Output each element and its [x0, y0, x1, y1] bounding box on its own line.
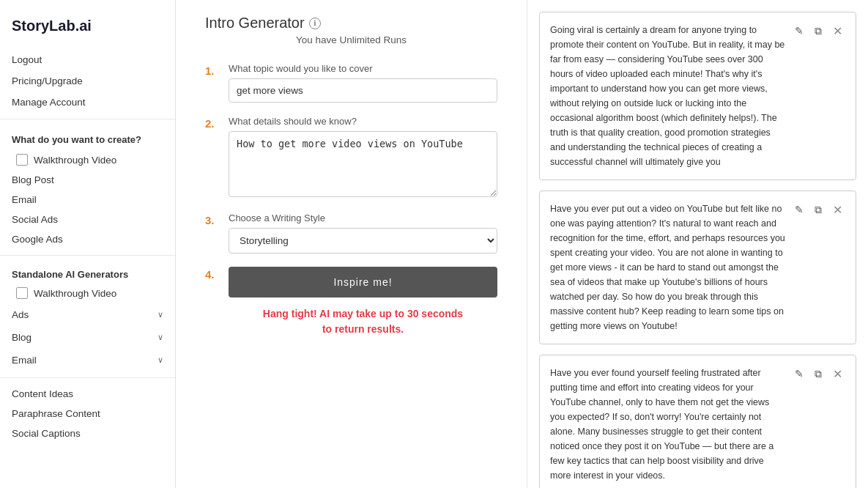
edit-icon-1[interactable]: ✎	[791, 23, 807, 39]
step2-number: 2.	[205, 116, 220, 130]
sidebar: StoryLab.ai Logout Pricing/Upgrade Manag…	[0, 0, 176, 488]
result-card-2: Have you ever put out a video on YouTube…	[539, 191, 856, 344]
checkbox-walkthrough-create	[16, 154, 28, 166]
nav-pricing[interactable]: Pricing/Upgrade	[0, 70, 175, 92]
step2-label: What details should we know?	[229, 116, 497, 127]
checkbox-walkthrough-standalone	[16, 287, 28, 299]
info-icon[interactable]: ℹ	[309, 18, 321, 29]
copy-icon-3[interactable]: ⧉	[810, 366, 826, 382]
result-actions-2: ✎ ⧉ ✕	[791, 202, 845, 218]
email-label: Email	[12, 355, 37, 366]
what-create-title: What do you want to create?	[0, 125, 175, 149]
close-icon-1[interactable]: ✕	[829, 23, 845, 39]
content-ideas[interactable]: Content Ideas	[0, 384, 175, 404]
topic-input[interactable]	[229, 78, 497, 103]
create-social-ads[interactable]: Social Ads	[0, 210, 175, 229]
create-walkthrough-video[interactable]: Walkthrough Video	[0, 149, 175, 170]
edit-icon-3[interactable]: ✎	[791, 366, 807, 382]
details-input[interactable]: How to get more video views on YouTube	[229, 131, 497, 197]
nav-manage-account[interactable]: Manage Account	[0, 92, 175, 113]
app-logo: StoryLab.ai	[0, 12, 175, 49]
copy-icon-1[interactable]: ⧉	[810, 23, 826, 39]
standalone-walkthrough-label: Walkthrough Video	[34, 288, 116, 299]
step1-number: 1.	[205, 63, 220, 77]
inspire-button[interactable]: Inspire me!	[229, 267, 497, 297]
paraphrase-content[interactable]: Paraphrase Content	[0, 404, 175, 424]
blog-chevron: ∨	[157, 333, 163, 342]
result-actions-1: ✎ ⧉ ✕	[791, 23, 845, 39]
step2-group: What details should we know? How to get …	[229, 116, 497, 199]
close-icon-3[interactable]: ✕	[829, 366, 845, 382]
result-card-1: Going viral is certainly a dream for any…	[539, 12, 856, 180]
unlimited-runs-text: You have Unlimited Runs	[205, 34, 497, 45]
standalone-walkthrough-video[interactable]: Walkthrough Video	[0, 283, 175, 303]
main-area: Intro Generator ℹ You have Unlimited Run…	[176, 0, 868, 488]
step4-group: Inspire me! Hang tight! AI may take up t…	[229, 267, 497, 337]
wait-message: Hang tight! AI may take up to 30 seconds…	[229, 306, 497, 337]
form-panel: Intro Generator ℹ You have Unlimited Run…	[176, 0, 527, 488]
result-card-3: Have you ever found yourself feeling fru…	[539, 355, 856, 488]
ads-label: Ads	[12, 309, 29, 320]
blog-label: Blog	[12, 332, 31, 343]
email-chevron: ∨	[157, 355, 163, 365]
email-collapsible[interactable]: Email ∨	[0, 349, 175, 371]
create-walkthrough-label: Walkthrough Video	[34, 155, 116, 166]
step4-number: 4.	[205, 267, 220, 281]
step3-number: 3.	[205, 212, 220, 226]
ads-chevron: ∨	[157, 310, 163, 319]
writing-style-select[interactable]: Storytelling Conversational Professional…	[229, 228, 497, 254]
step1-group: What topic would you like to cover	[229, 63, 497, 103]
step1-label: What topic would you like to cover	[229, 63, 497, 74]
result-text-1: Going viral is certainly a dream for any…	[550, 23, 785, 169]
create-blog-post[interactable]: Blog Post	[0, 170, 175, 190]
step3-row: 3. Choose a Writing Style Storytelling C…	[205, 212, 497, 254]
page-title: Intro Generator	[205, 15, 305, 32]
close-icon-2[interactable]: ✕	[829, 202, 845, 218]
blog-collapsible[interactable]: Blog ∨	[0, 326, 175, 349]
edit-icon-2[interactable]: ✎	[791, 202, 807, 218]
results-panel: Going viral is certainly a dream for any…	[527, 0, 868, 488]
step4-row: 4. Inspire me! Hang tight! AI may take u…	[205, 267, 497, 337]
copy-icon-2[interactable]: ⧉	[810, 202, 826, 218]
standalone-title: Standalone AI Generators	[0, 262, 175, 283]
step3-label: Choose a Writing Style	[229, 212, 497, 223]
nav-logout[interactable]: Logout	[0, 49, 175, 70]
create-google-ads[interactable]: Google Ads	[0, 229, 175, 249]
step2-row: 2. What details should we know? How to g…	[205, 116, 497, 199]
result-text-3: Have you ever found yourself feeling fru…	[550, 366, 785, 483]
ads-collapsible[interactable]: Ads ∨	[0, 303, 175, 326]
step3-group: Choose a Writing Style Storytelling Conv…	[229, 212, 497, 254]
create-email[interactable]: Email	[0, 190, 175, 210]
step1-row: 1. What topic would you like to cover	[205, 63, 497, 103]
social-captions[interactable]: Social Captions	[0, 424, 175, 443]
result-actions-3: ✎ ⧉ ✕	[791, 366, 845, 382]
result-text-2: Have you ever put out a video on YouTube…	[550, 202, 785, 333]
